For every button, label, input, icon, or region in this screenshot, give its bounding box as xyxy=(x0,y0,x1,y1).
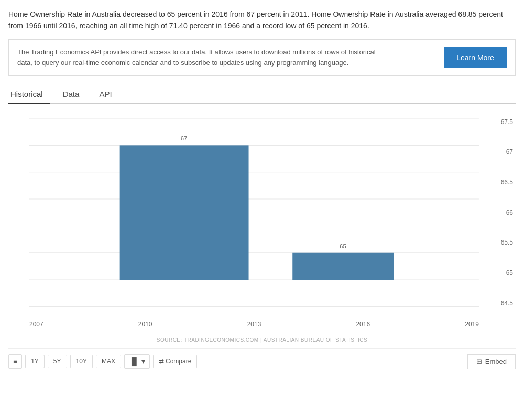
embed-icon: ⊞ xyxy=(476,358,482,366)
tabs-container: Historical Data API xyxy=(8,85,516,104)
y-label-66: 66 xyxy=(506,209,513,216)
y-label-67: 67 xyxy=(506,148,513,156)
embed-label: Embed xyxy=(485,358,507,366)
learn-more-button[interactable]: Learn More xyxy=(444,47,507,68)
range-max-button[interactable]: MAX xyxy=(96,355,121,368)
toolbar-left: ≡ 1Y 5Y 10Y MAX ▐▌ ▾ ⇄ Compare xyxy=(8,354,197,369)
chart-container: 67.5 67 66.5 66 65.5 65 64.5 67 65 xyxy=(8,113,516,333)
bar-label-2011: 67 xyxy=(181,135,188,141)
range-1y-button[interactable]: 1Y xyxy=(25,355,45,368)
tab-historical[interactable]: Historical xyxy=(8,85,50,104)
chart-type-button[interactable]: ▐▌ ▾ xyxy=(124,354,150,369)
y-label-675: 67.5 xyxy=(501,118,513,126)
list-view-button[interactable]: ≡ xyxy=(8,354,22,369)
description-text: Home Ownership Rate in Australia decreas… xyxy=(8,8,516,32)
api-banner: The Trading Economics API provides direc… xyxy=(8,39,516,76)
x-label-2019: 2019 xyxy=(465,320,479,328)
y-axis-labels: 67.5 67 66.5 66 65.5 65 64.5 xyxy=(482,118,516,307)
x-label-2007: 2007 xyxy=(29,320,43,328)
x-label-2010: 2010 xyxy=(138,320,152,328)
y-label-645: 64.5 xyxy=(501,300,513,307)
bar-2011 xyxy=(120,145,249,280)
chart-source: SOURCE: TRADINGECONOMICS.COM | AUSTRALIA… xyxy=(8,337,516,343)
x-axis-labels: 2007 2010 2013 2016 2019 xyxy=(29,320,479,328)
range-10y-button[interactable]: 10Y xyxy=(70,355,93,368)
compare-button[interactable]: ⇄ Compare xyxy=(153,355,198,368)
bar-label-2016: 65 xyxy=(340,242,346,249)
api-banner-text: The Trading Economics API provides direc… xyxy=(17,47,384,68)
chart-svg-area: 67 65 xyxy=(29,118,479,307)
tab-api[interactable]: API xyxy=(97,85,119,104)
y-label-655: 65.5 xyxy=(501,239,513,246)
x-label-2013: 2013 xyxy=(247,320,261,328)
y-label-665: 66.5 xyxy=(501,179,513,186)
chart-svg: 67 65 xyxy=(29,118,479,307)
x-label-2016: 2016 xyxy=(356,320,370,328)
tab-data[interactable]: Data xyxy=(61,85,87,104)
bottom-toolbar: ≡ 1Y 5Y 10Y MAX ▐▌ ▾ ⇄ Compare ⊞ Embed xyxy=(8,348,516,369)
embed-button[interactable]: ⊞ Embed xyxy=(467,354,516,369)
bar-2016 xyxy=(292,253,394,280)
y-label-65: 65 xyxy=(506,269,513,277)
range-5y-button[interactable]: 5Y xyxy=(48,355,67,368)
